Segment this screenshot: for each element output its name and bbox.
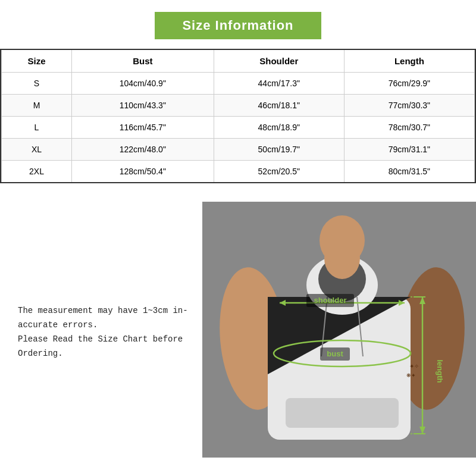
cell-2-0: L [2,117,72,139]
cell-4-1: 128cm/50.4" [71,161,214,183]
svg-point-8 [320,215,365,265]
cell-1-0: M [2,95,72,117]
svg-text:bust: bust [327,349,343,358]
table-row: M110cm/43.3"46cm/18.1"77cm/30.3" [2,95,475,117]
cell-1-3: 77cm/30.3" [344,95,474,117]
table-row: S104cm/40.9"44cm/17.3"76cm/29.9" [2,73,475,95]
table-row: XL122cm/48.0"50cm/19.7"79cm/31.1" [2,139,475,161]
title-section: Size Information [0,0,476,49]
page-title: Size Information [182,18,293,33]
cell-4-3: 80cm/31.5" [344,161,474,183]
col-size: Size [2,49,72,73]
bottom-section: The measurement may have 1~3cm in- accur… [0,183,476,476]
cell-1-1: 110cm/43.3" [71,95,214,117]
cell-2-1: 116cm/45.7" [71,117,214,139]
table-row: 2XL128cm/50.4"52cm/20.5"80cm/31.5" [2,161,475,183]
cell-0-1: 104cm/40.9" [71,73,214,95]
cell-3-0: XL [2,139,72,161]
svg-text:❋✦: ❋✦ [406,372,416,378]
cell-3-1: 122cm/48.0" [71,139,214,161]
measurement-note: The measurement may have 1~3cm in- accur… [0,183,202,476]
cell-2-3: 78cm/30.7" [344,117,474,139]
col-shoulder: Shoulder [214,49,344,73]
col-length: Length [344,49,474,73]
cell-0-2: 44cm/17.3" [214,73,344,95]
note-line4: Ordering. [18,349,63,358]
cell-4-0: 2XL [2,161,72,183]
cell-0-3: 76cm/29.9" [344,73,474,95]
svg-text:shoulder: shoulder [314,296,347,305]
cell-2-2: 48cm/18.9" [214,117,344,139]
cell-3-2: 50cm/19.7" [214,139,344,161]
note-line2: accurate errors. [18,320,98,330]
cell-3-3: 79cm/31.1" [344,139,474,161]
note-line1: The measurement may have 1~3cm in- [18,306,188,315]
cell-0-0: S [2,73,72,95]
page-container: Size Information Size Bust Shoulder Leng… [0,0,476,476]
title-bar: Size Information [155,12,321,39]
size-table: Size Bust Shoulder Length S104cm/40.9"44… [1,49,475,183]
cell-1-2: 46cm/18.1" [214,95,344,117]
col-bust: Bust [71,49,214,73]
table-row: L116cm/45.7"48cm/18.9"78cm/30.7" [2,117,475,139]
note-line3: Please Read the Size Chart before [18,334,183,344]
table-header-row: Size Bust Shoulder Length [2,49,475,73]
size-table-wrapper: Size Bust Shoulder Length S104cm/40.9"44… [0,49,476,183]
svg-rect-9 [286,398,399,428]
svg-text:length: length [436,360,444,383]
garment-svg: ✦✧ ❋✦ shoulder bust [202,183,476,476]
svg-text:✦✧: ✦✧ [409,363,419,369]
garment-illustration: ✦✧ ❋✦ shoulder bust [202,183,476,476]
cell-4-2: 52cm/20.5" [214,161,344,183]
